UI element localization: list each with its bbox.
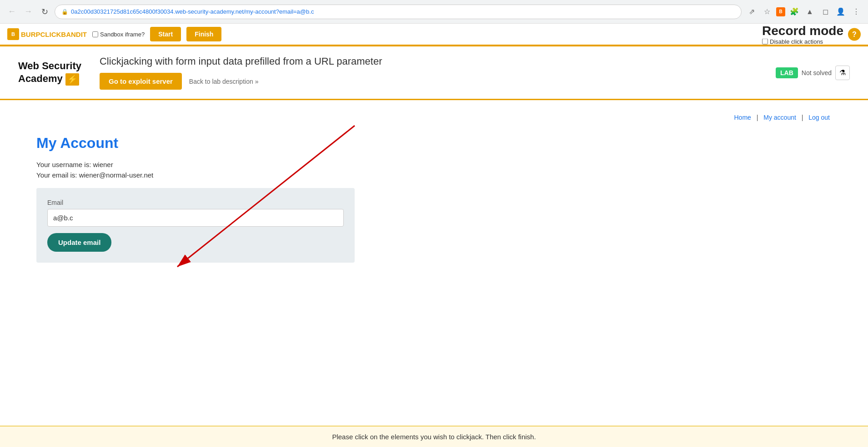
page-title: My Account	[36, 135, 832, 152]
home-nav-link[interactable]: Home	[734, 114, 751, 121]
lab-actions: Go to exploit server Back to lab descrip…	[100, 73, 758, 90]
not-solved-text: Not solved	[802, 69, 832, 76]
update-email-button[interactable]: Update email	[47, 233, 111, 252]
profile-icon[interactable]: ▲	[803, 5, 816, 18]
reload-button[interactable]: ↻	[38, 5, 51, 18]
my-account-nav-link[interactable]: My account	[763, 114, 796, 121]
puzzle-icon[interactable]: 🧩	[788, 5, 801, 18]
log-out-nav-link[interactable]: Log out	[808, 114, 830, 121]
chevron-right-icon: »	[255, 78, 259, 85]
lab-badge: LAB	[776, 67, 798, 78]
forward-button[interactable]: →	[22, 5, 35, 18]
bottom-bar-message: Please click on the elements you wish to…	[332, 433, 536, 441]
cast-button[interactable]: ⇗	[745, 5, 758, 18]
url-text: 0a2c00d30321725d81c65c4800f30034.web-sec…	[71, 8, 735, 15]
lock-icon: 🔒	[61, 9, 68, 15]
tab-icon[interactable]: ◻	[819, 5, 832, 18]
address-bar[interactable]: 🔒 0a2c00d30321725d81c65c4800f30034.web-s…	[55, 5, 742, 19]
wsa-logo: Web Security Academy ⚡	[18, 60, 81, 86]
sandbox-checkbox-label: Sandbox iframe?	[92, 31, 145, 38]
start-button[interactable]: Start	[150, 27, 181, 41]
browser-chrome: ← → ↻ 🔒 0a2c00d30321725d81c65c4800f30034…	[0, 0, 868, 24]
burp-toolbar: B BURPCLICKBANDIT Sandbox iframe? Start …	[0, 24, 868, 46]
form-section: Email Update email	[36, 188, 355, 263]
record-mode-title: Record mode	[762, 24, 843, 38]
burp-logo-text: BURPCLICKBANDIT	[21, 30, 87, 38]
user-icon[interactable]: 👤	[834, 5, 847, 18]
browser-actions: ⇗ ☆ B 🧩 ▲ ◻ 👤 ⋮	[745, 5, 863, 18]
lightning-icon: ⚡	[65, 73, 79, 86]
lab-status: LAB Not solved ⚗	[776, 66, 850, 80]
finish-button[interactable]: Finish	[186, 27, 221, 41]
lab-title: Clickjacking with form input data prefil…	[100, 56, 758, 67]
lab-info: Clickjacking with form input data prefil…	[100, 56, 758, 90]
record-mode-section: Record mode Disable click actions ?	[762, 24, 861, 45]
main-content: Home | My account | Log out My Account Y…	[0, 100, 868, 276]
username-info: Your username is: wiener	[36, 161, 832, 168]
burp-extension-icon[interactable]: B	[776, 7, 785, 16]
nav-separator-1: |	[757, 114, 758, 121]
burp-logo: B BURPCLICKBANDIT	[7, 28, 87, 40]
email-input[interactable]	[47, 209, 344, 227]
help-button[interactable]: ?	[848, 28, 861, 41]
email-info: Your email is: wiener@normal-user.net	[36, 171, 832, 179]
bottom-bar: Please click on the elements you wish to…	[0, 426, 868, 447]
nav-links: Home | My account | Log out	[36, 114, 832, 121]
nav-separator-2: |	[802, 114, 803, 121]
back-to-lab-link[interactable]: Back to lab description »	[189, 78, 259, 85]
sandbox-checkbox[interactable]	[92, 31, 98, 37]
exploit-server-button[interactable]: Go to exploit server	[100, 73, 182, 90]
menu-icon[interactable]: ⋮	[850, 5, 863, 18]
burp-logo-icon: B	[7, 28, 19, 40]
email-field-label: Email	[47, 199, 344, 206]
disable-click-checkbox[interactable]	[762, 39, 768, 45]
flask-icon-button[interactable]: ⚗	[835, 66, 850, 80]
content-with-arrow: My Account Your username is: wiener Your…	[36, 135, 832, 263]
lab-header: Web Security Academy ⚡ Clickjacking with…	[0, 46, 868, 100]
disable-click-label: Disable click actions	[762, 38, 843, 45]
back-button[interactable]: ←	[5, 5, 18, 18]
bookmark-button[interactable]: ☆	[761, 5, 773, 18]
